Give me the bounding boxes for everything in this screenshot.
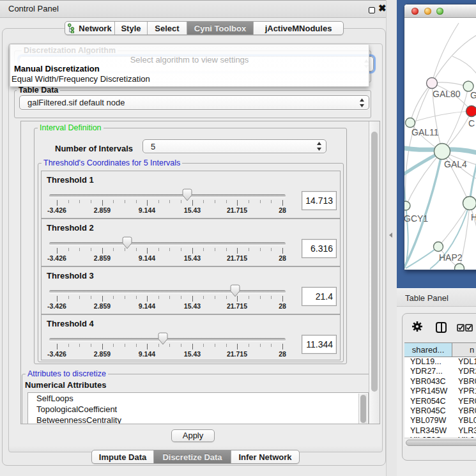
slider-ticks <box>57 248 283 254</box>
cell-name: YDL1 <box>452 357 476 366</box>
tick-label: 15.43 <box>178 350 206 358</box>
splitter-collapse-icon[interactable] <box>389 233 392 238</box>
column-header-shared-name[interactable]: shared... <box>404 342 452 357</box>
node-gal80[interactable] <box>427 78 438 89</box>
threshold-2-panel: Threshold 2 -3.426 2.859 9.144 15.43 21.… <box>41 219 341 266</box>
table-row[interactable]: YBR045CYBR0 <box>404 406 476 416</box>
node-hap2[interactable] <box>434 242 443 252</box>
tab-impute-data[interactable]: Impute Data <box>92 450 154 463</box>
threshold-3-panel: Threshold 3 -3.426 2.859 9.144 15.43 21.… <box>41 266 341 314</box>
table-row[interactable]: YER054CYER0 <box>404 397 476 406</box>
threshold-3-thumb[interactable] <box>230 284 240 297</box>
threshold-2-thumb[interactable] <box>122 236 132 249</box>
tab-select[interactable]: Select <box>148 22 187 35</box>
tab-network[interactable]: Network <box>65 22 115 35</box>
threshold-1-slider[interactable] <box>49 194 286 197</box>
table-row[interactable]: YBR043CYBR0 <box>404 377 476 387</box>
network-window-titlebar[interactable] <box>404 4 476 18</box>
node-h[interactable] <box>463 197 476 210</box>
threshold-2-slider[interactable] <box>49 242 286 245</box>
tab-label: Discretize Data <box>162 452 222 462</box>
node-red[interactable] <box>466 106 476 117</box>
cell-shared-name: YPR145W <box>404 387 452 395</box>
node-label: GCY1 <box>404 213 428 224</box>
cell-shared-name: YBR045C <box>404 406 452 415</box>
column-header-name[interactable]: n <box>452 342 476 357</box>
threshold-1-value[interactable]: 14.713 <box>302 191 337 210</box>
algorithm-prompt-option[interactable]: Select algorithm to view settings <box>10 55 369 65</box>
combo-arrows-icon <box>359 98 365 107</box>
checkbox-icon[interactable] <box>457 324 464 332</box>
tick-label: 28 <box>268 302 296 310</box>
tab-infer-network[interactable]: Infer Network <box>231 450 299 463</box>
cell-shared-name: YBL079W <box>404 416 452 425</box>
cell-shared-name: YBR043C <box>404 377 452 386</box>
apply-button[interactable]: Apply <box>171 429 215 442</box>
node-gal4[interactable] <box>434 144 450 160</box>
network-canvas[interactable]: GAL80 GA C GAL11 GAL4 GCY1 H HAP2 <box>404 18 476 270</box>
panel-splitter[interactable] <box>386 0 397 476</box>
table-row[interactable]: YPR145WYPR1 <box>404 387 476 396</box>
table-row[interactable]: YBL079WYBL0 <box>404 416 476 426</box>
table-panel-title: Table Panel <box>405 293 449 303</box>
close-icon[interactable]: ✖ <box>378 3 387 14</box>
cell-shared-name: YDR27... <box>404 367 452 376</box>
threshold-3-slider[interactable] <box>49 290 286 293</box>
cell-name: YBR0 <box>452 377 476 386</box>
split-columns-icon[interactable] <box>436 322 447 333</box>
table-row[interactable]: YLR345WYLR3 <box>404 426 476 436</box>
table-panel-container: shared... n YDL19...YDL1 YDR27...YDR2 YB… <box>402 313 476 461</box>
settings-vertical-scrollbar[interactable] <box>369 121 380 424</box>
node-gcy1[interactable] <box>404 201 410 210</box>
list-item[interactable]: TopologicalCoefficient <box>28 404 368 415</box>
tick-label: 21.715 <box>223 302 251 310</box>
tab-style[interactable]: Style <box>115 22 148 35</box>
threshold-2-value[interactable]: 6.316 <box>302 239 337 258</box>
float-window-icon[interactable] <box>369 7 375 13</box>
close-traffic-light[interactable] <box>411 8 418 15</box>
tick-label: 21.715 <box>223 254 251 262</box>
zoom-traffic-light[interactable] <box>436 8 443 15</box>
tab-jactivemnodules[interactable]: jActiveMNodules <box>254 22 343 35</box>
node-bottom[interactable] <box>455 264 464 270</box>
node-label: H <box>471 212 476 222</box>
number-of-intervals-combo[interactable]: 5 <box>142 139 326 153</box>
attributes-list-scrollbar[interactable] <box>358 394 367 424</box>
tab-label: Cyni Toolbox <box>194 24 246 33</box>
gear-icon[interactable] <box>411 321 423 332</box>
tick-label: -3.426 <box>43 302 71 310</box>
tick-label: 2.859 <box>88 350 116 358</box>
tick-label: 2.859 <box>88 254 116 262</box>
tab-label: jActiveMNodules <box>265 24 332 33</box>
tick-label: 28 <box>268 350 296 358</box>
tab-discretize-data[interactable]: Discretize Data <box>154 450 231 463</box>
table-row[interactable]: YDL19...YDL1 <box>404 357 476 367</box>
combo-arrows-icon <box>316 142 322 151</box>
numerical-attributes-label: Numerical Attributes <box>25 380 106 390</box>
scrollbar-thumb[interactable] <box>371 132 378 392</box>
tick-label: 2.859 <box>88 302 116 310</box>
scrollbar-thumb[interactable] <box>406 440 476 446</box>
network-view-window[interactable]: GAL80 GA C GAL11 GAL4 GCY1 H HAP2 <box>404 4 476 270</box>
node-gal11[interactable] <box>406 118 415 128</box>
algorithm-option-equal-width[interactable]: Equal Width/Frequency Discretization <box>12 74 150 84</box>
number-of-intervals-value: 5 <box>143 142 155 151</box>
list-item[interactable]: BetweennessCentrality <box>28 415 368 424</box>
attributes-list[interactable]: SelfLoops TopologicalCoefficient Between… <box>27 392 369 424</box>
checkbox-icon[interactable] <box>465 324 473 332</box>
threshold-1-thumb[interactable] <box>182 188 192 201</box>
table-horizontal-scrollbar[interactable] <box>404 438 476 446</box>
list-item[interactable]: SelfLoops <box>28 393 368 404</box>
table-data-combo[interactable]: galFiltered.sif default node <box>19 95 369 110</box>
algorithm-option-manual[interactable]: Manual Discretization <box>14 64 100 73</box>
threshold-3-value[interactable]: 21.4 <box>302 287 337 306</box>
tick-label: 9.144 <box>133 254 161 262</box>
tick-label: 21.715 <box>223 350 251 358</box>
table-row[interactable]: YDR27...YDR2 <box>404 367 476 376</box>
threshold-4-value[interactable]: 11.344 <box>302 335 337 354</box>
minimize-traffic-light[interactable] <box>424 8 431 15</box>
node-label: GAL11 <box>411 127 439 137</box>
threshold-4-thumb[interactable] <box>158 332 168 345</box>
tab-cyni-toolbox[interactable]: Cyni Toolbox <box>187 22 254 35</box>
slider-ticks <box>57 344 283 349</box>
